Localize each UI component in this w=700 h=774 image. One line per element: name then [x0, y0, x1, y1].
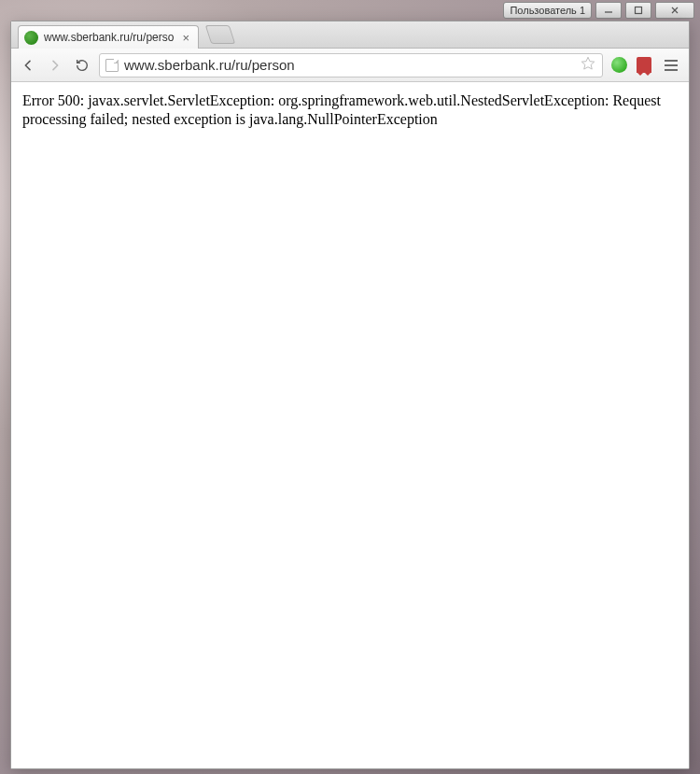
browser-toolbar: www.sberbank.ru/ru/person	[11, 49, 689, 82]
user-profile-badge[interactable]: Пользователь 1	[503, 2, 592, 19]
window-maximize-button[interactable]	[625, 2, 651, 19]
browser-tab[interactable]: www.sberbank.ru/ru/perso ×	[18, 25, 199, 49]
new-tab-button[interactable]	[205, 25, 235, 44]
url-text: www.sberbank.ru/ru/person	[124, 57, 574, 73]
sberbank-favicon-icon	[24, 31, 38, 45]
window-titlebar-controls: Пользователь 1	[503, 2, 694, 19]
bookmark-star-icon[interactable]	[580, 55, 596, 76]
page-content: Error 500: javax.servlet.ServletExceptio…	[11, 82, 689, 768]
extension-adblock-icon[interactable]	[635, 56, 653, 75]
reload-button[interactable]	[72, 55, 92, 76]
extension-green-icon[interactable]	[609, 56, 628, 75]
back-button[interactable]	[18, 55, 38, 76]
address-bar[interactable]: www.sberbank.ru/ru/person	[99, 53, 603, 77]
svg-rect-0	[636, 7, 642, 14]
menu-button[interactable]	[660, 55, 682, 76]
error-message: Error 500: javax.servlet.ServletExceptio…	[22, 91, 678, 129]
tab-title: www.sberbank.ru/ru/perso	[44, 31, 174, 44]
page-icon	[105, 59, 119, 72]
hamburger-icon	[665, 60, 678, 62]
browser-window: www.sberbank.ru/ru/perso × www.sberbank.…	[10, 21, 690, 769]
forward-button	[45, 55, 65, 76]
tab-strip: www.sberbank.ru/ru/perso ×	[11, 21, 689, 49]
window-minimize-button[interactable]	[595, 2, 622, 19]
tab-close-icon[interactable]: ×	[179, 31, 192, 44]
window-close-button[interactable]	[655, 2, 694, 19]
desktop-wallpaper: Пользователь 1 www.sberbank.ru/ru/perso …	[0, 0, 700, 774]
